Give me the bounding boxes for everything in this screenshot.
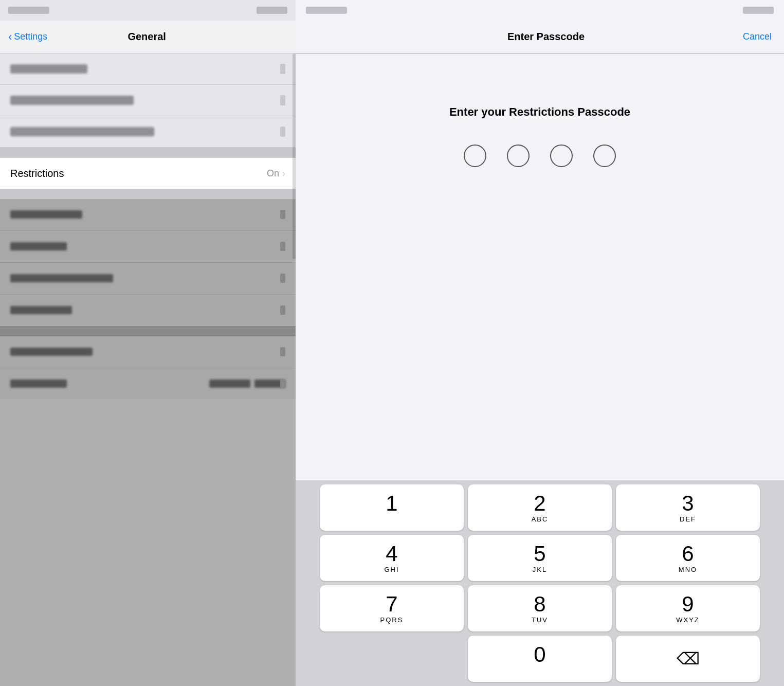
key-number: 1	[386, 493, 397, 514]
section-separator	[0, 148, 296, 158]
list-item[interactable]	[0, 85, 296, 116]
passcode-dot-1	[464, 145, 486, 167]
key-4[interactable]: 4 GHI	[320, 535, 464, 581]
list-item	[0, 336, 296, 367]
passcode-title: Enter Passcode	[507, 31, 585, 43]
cancel-button[interactable]: Cancel	[743, 31, 772, 42]
blurred-text	[10, 380, 67, 388]
blurred-text	[10, 306, 72, 314]
blurred-text	[10, 242, 67, 250]
blurred-text	[10, 96, 134, 105]
key-letters	[538, 666, 541, 674]
key-number: 2	[534, 493, 545, 514]
key-number: 9	[682, 593, 694, 615]
status-time	[8, 7, 49, 14]
settings-list: Restrictions On ›	[0, 53, 296, 686]
page-title-left: General	[127, 31, 166, 43]
blurred-text	[10, 274, 113, 282]
passcode-nav: Enter Passcode Cancel	[296, 21, 784, 53]
blurred-text	[209, 380, 250, 388]
list-item[interactable]	[0, 116, 296, 147]
key-number: 7	[386, 593, 397, 615]
key-1[interactable]: 1	[320, 484, 464, 531]
chevron-left-icon: ‹	[8, 30, 12, 44]
passcode-prompt: Enter your Restrictions Passcode	[449, 105, 630, 119]
key-number: 0	[534, 644, 545, 665]
key-number: 6	[682, 543, 694, 565]
passcode-content: Enter your Restrictions Passcode	[296, 54, 784, 480]
passcode-dot-2	[507, 145, 530, 167]
restrictions-status: On	[267, 168, 279, 179]
key-6[interactable]: 6 MNO	[616, 535, 760, 581]
key-letters: GHI	[384, 566, 399, 573]
nav-bar-left: ‹ Settings General	[0, 21, 296, 53]
key-empty	[320, 636, 464, 682]
keypad-row-3: 7 PQRS 8 TUV 9 WXYZ	[300, 585, 780, 631]
status-time-right	[306, 7, 347, 14]
passcode-dot-4	[593, 145, 616, 167]
keypad: 1 2 ABC 3 DEF 4 GHI 5 JKL 6	[296, 480, 784, 686]
key-8[interactable]: 8 TUV	[468, 585, 612, 631]
key-letters: TUV	[532, 616, 548, 624]
blurred-text	[10, 348, 93, 356]
key-letters: ABC	[532, 515, 549, 523]
key-letters: DEF	[680, 515, 696, 523]
status-bar-right	[296, 0, 784, 21]
list-item	[0, 263, 296, 294]
restrictions-row[interactable]: Restrictions On ›	[0, 158, 296, 189]
delete-icon: ⌫	[677, 649, 700, 669]
passcode-dot-3	[550, 145, 573, 167]
restrictions-label: Restrictions	[10, 168, 64, 179]
blurred-text	[10, 127, 154, 136]
list-item	[0, 368, 296, 399]
key-letters: WXYZ	[676, 616, 700, 624]
section-separator-2	[0, 189, 296, 199]
key-2[interactable]: 2 ABC	[468, 484, 612, 531]
key-letters: JKL	[533, 566, 547, 573]
key-number: 3	[682, 493, 694, 514]
key-3[interactable]: 3 DEF	[616, 484, 760, 531]
list-item[interactable]	[0, 53, 296, 84]
passcode-dots	[464, 145, 616, 167]
scrollbar[interactable]	[293, 53, 296, 259]
list-item	[0, 295, 296, 326]
key-0[interactable]: 0	[468, 636, 612, 682]
key-5[interactable]: 5 JKL	[468, 535, 612, 581]
key-letters	[390, 515, 393, 523]
key-7[interactable]: 7 PQRS	[320, 585, 464, 631]
status-icons	[257, 7, 287, 14]
key-number: 5	[534, 543, 545, 565]
keypad-row-2: 4 GHI 5 JKL 6 MNO	[300, 535, 780, 581]
keypad-row-4: 0 ⌫	[300, 636, 780, 682]
delete-button[interactable]: ⌫	[616, 636, 760, 682]
key-number: 4	[386, 543, 397, 565]
right-panel: Enter Passcode Cancel Enter your Restric…	[296, 0, 784, 686]
status-bar-left	[0, 0, 296, 21]
list-item	[0, 231, 296, 262]
blurred-text	[10, 64, 87, 74]
left-panel: ‹ Settings General Restrictions On ›	[0, 0, 296, 686]
blurred-text	[10, 210, 82, 219]
key-letters: MNO	[679, 566, 697, 573]
keypad-row-1: 1 2 ABC 3 DEF	[300, 484, 780, 531]
chevron-right-icon: ›	[282, 168, 285, 179]
back-label: Settings	[14, 31, 47, 42]
key-number: 8	[534, 593, 545, 615]
blurred-text	[254, 380, 285, 388]
list-item	[0, 199, 296, 230]
status-icons-right	[743, 7, 774, 14]
back-button[interactable]: ‹ Settings	[8, 30, 47, 44]
key-letters: PQRS	[380, 616, 404, 624]
restrictions-value: On ›	[267, 168, 285, 179]
key-9[interactable]: 9 WXYZ	[616, 585, 760, 631]
